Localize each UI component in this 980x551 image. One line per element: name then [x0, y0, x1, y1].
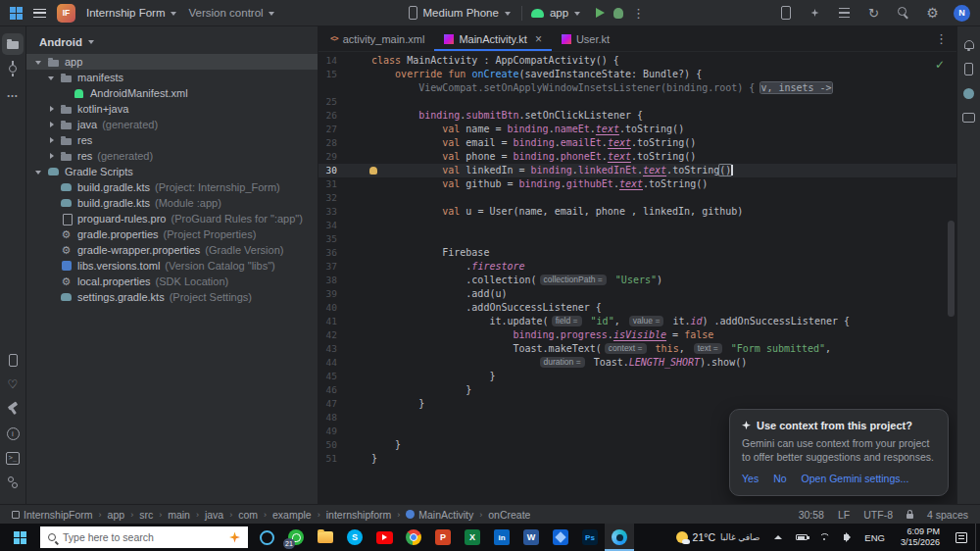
tree-item-androidmanifest-xml[interactable]: AndroidManifest.xml — [26, 85, 318, 101]
analysis-ok-icon[interactable]: ✓ — [935, 58, 945, 72]
indent-setting[interactable]: 4 spaces — [927, 509, 968, 521]
taskbar-search[interactable]: Type here to search — [40, 526, 248, 548]
tree-chevron-icon[interactable] — [47, 73, 58, 83]
code-line-43[interactable]: 43 Toast.makeText(context = this, text =… — [318, 342, 956, 356]
code-line-folded[interactable]: ViewCompat.setOnApplyWindowInsetsListene… — [318, 81, 956, 95]
code-line-36[interactable]: 36 Firebase — [318, 246, 956, 260]
ai-assistant-icon[interactable] — [807, 5, 823, 22]
photoshop-icon[interactable]: Ps — [575, 524, 605, 551]
tree-item-gradle-scripts[interactable]: Gradle Scripts — [26, 164, 318, 179]
breadcrumb-src[interactable]: src — [139, 509, 153, 521]
code-line-34[interactable]: 34 — [318, 219, 956, 232]
more-tool-windows-icon[interactable]: … — [2, 82, 24, 104]
device-selector[interactable]: Medium Phone — [409, 6, 513, 20]
breadcrumb-example[interactable]: example — [272, 509, 312, 521]
tree-item-app[interactable]: app — [26, 54, 318, 70]
clock[interactable]: 6:09 PM 3/15/2026 — [901, 526, 940, 548]
tree-item-gradle-wrapper-properties-gradle-version[interactable]: ⚙gradle-wrapper.properties(Gradle Versio… — [26, 242, 318, 258]
photos-icon[interactable] — [546, 524, 575, 551]
word-icon[interactable]: W — [516, 524, 546, 551]
app-quality-insights-icon[interactable]: ♡ — [2, 374, 24, 395]
tree-item-proguard-rules-pro-proguard-rules-for-app[interactable]: proguard-rules.pro(ProGuard Rules for ":… — [26, 211, 318, 226]
device-explorer-icon[interactable] — [958, 58, 980, 79]
language-indicator[interactable]: ENG — [864, 532, 885, 543]
code-line-32[interactable]: 32 — [318, 191, 956, 205]
version-control-icon[interactable] — [2, 472, 24, 493]
search-everywhere-icon[interactable] — [895, 5, 911, 22]
editor-scrollbar[interactable] — [948, 221, 955, 317]
tree-chevron-icon[interactable] — [47, 104, 58, 115]
chrome-icon[interactable] — [399, 524, 428, 551]
code-line-44[interactable]: 44 duration = Toast.LENGTH_SHORT).show() — [318, 356, 956, 370]
project-icon[interactable]: IF — [57, 4, 75, 23]
tree-item-build-gradle-kts-module-app[interactable]: build.gradle.kts(Module :app) — [26, 195, 318, 211]
tab-options-icon[interactable]: ⋮ — [935, 31, 948, 46]
profile-avatar[interactable]: N — [954, 5, 970, 22]
line-ending[interactable]: LF — [838, 509, 850, 521]
tree-item-java-generated[interactable]: java(generated) — [26, 117, 318, 132]
gemini-action-no[interactable]: No — [773, 472, 786, 485]
breadcrumb-java[interactable]: java — [205, 509, 223, 521]
battery-icon[interactable] — [796, 534, 808, 540]
gemini-action-yes[interactable]: Yes — [742, 472, 759, 485]
debug-button[interactable] — [613, 8, 623, 19]
linkedin-icon[interactable]: in — [487, 524, 516, 551]
tab-mainactivity-kt[interactable]: MainActivity.kt× — [434, 26, 552, 51]
tree-item-res-generated[interactable]: res(generated) — [26, 148, 318, 164]
more-actions-icon[interactable]: ⋮ — [632, 6, 645, 21]
volume-icon[interactable] — [844, 534, 849, 540]
code-line-41[interactable]: 41 it.update(field = "id", value = it.id… — [318, 315, 956, 328]
skype-icon[interactable]: S — [340, 524, 369, 551]
breadcrumb-internshipform[interactable]: internshipform — [326, 509, 392, 521]
project-view-selector[interactable]: Android — [26, 29, 318, 54]
tree-chevron-icon[interactable] — [34, 57, 45, 68]
tree-item-settings-gradle-kts-project-settings[interactable]: settings.gradle.kts(Project Settings) — [26, 289, 318, 305]
code-line-37[interactable]: 37 .firestore — [318, 260, 956, 274]
settings-icon[interactable]: ⚙ — [924, 5, 941, 22]
code-line-27[interactable]: 27 val name = binding.nameEt.text.toStri… — [318, 123, 956, 136]
youtube-icon[interactable] — [369, 524, 399, 551]
breadcrumb-main[interactable]: main — [168, 509, 190, 521]
tab-user-kt[interactable]: User.kt — [552, 26, 619, 51]
commit-tool-icon[interactable] — [2, 58, 24, 79]
problems-icon[interactable]: i — [2, 423, 24, 444]
start-button[interactable] — [0, 531, 40, 544]
tree-item-res[interactable]: res — [26, 132, 318, 148]
tab-close-icon[interactable]: × — [535, 32, 542, 46]
powerpoint-icon[interactable]: P — [428, 524, 458, 551]
notifications-icon[interactable] — [958, 33, 980, 55]
whatsapp-icon[interactable]: 21 — [281, 524, 311, 551]
tree-chevron-icon[interactable] — [47, 120, 58, 130]
project-tool-icon[interactable] — [2, 33, 24, 55]
code-line-42[interactable]: 42 binding.progress.isVisible = false — [318, 328, 956, 342]
tab-activity-main-xml[interactable]: <>activity_main.xml — [320, 26, 434, 51]
code-line-14[interactable]: 14class MainActivity : AppCompatActivity… — [318, 54, 956, 68]
caret-position[interactable]: 30:58 — [799, 509, 824, 521]
lock-icon[interactable] — [906, 514, 913, 519]
code-line-38[interactable]: 38 .collection(collectionPath = "Users") — [318, 274, 956, 287]
file-explorer-icon[interactable] — [311, 524, 340, 551]
device-mirroring-icon[interactable] — [777, 5, 794, 22]
code-line-29[interactable]: 29 val phone = binding.phoneEt.text.toSt… — [318, 150, 956, 164]
breadcrumb-internshipform[interactable]: InternshipForm — [12, 509, 93, 521]
show-desktop-button[interactable] — [975, 524, 980, 551]
tree-chevron-icon[interactable] — [47, 151, 58, 162]
breadcrumb-com[interactable]: com — [238, 509, 258, 521]
code-line-28[interactable]: 28 val email = binding.emailEt.text.toSt… — [318, 136, 956, 150]
device-manager-icon[interactable] — [958, 107, 980, 128]
tree-item-manifests[interactable]: manifests — [26, 70, 318, 85]
tree-chevron-icon[interactable] — [34, 167, 45, 177]
file-encoding[interactable]: UTF-8 — [863, 509, 893, 521]
version-control-menu[interactable]: Version control — [189, 7, 276, 19]
tree-chevron-icon[interactable] — [47, 135, 58, 146]
code-line-40[interactable]: 40 .addOnSuccessListener { — [318, 301, 956, 315]
code-line-33[interactable]: 33 val u = User(name, email, phone , lin… — [318, 205, 956, 219]
tree-item-build-gradle-kts-project-internship-form[interactable]: build.gradle.kts(Project: Internship_For… — [26, 179, 318, 195]
todo-list-icon[interactable] — [836, 5, 853, 22]
project-selector[interactable]: Internship Form — [86, 7, 178, 19]
action-center-icon[interactable] — [956, 532, 967, 543]
intention-bulb-icon[interactable] — [369, 167, 377, 175]
gradle-icon[interactable] — [958, 82, 980, 104]
code-line-15[interactable]: 15 override fun onCreate(savedInstanceSt… — [318, 68, 956, 81]
terminal-icon[interactable]: >_ — [2, 447, 24, 469]
